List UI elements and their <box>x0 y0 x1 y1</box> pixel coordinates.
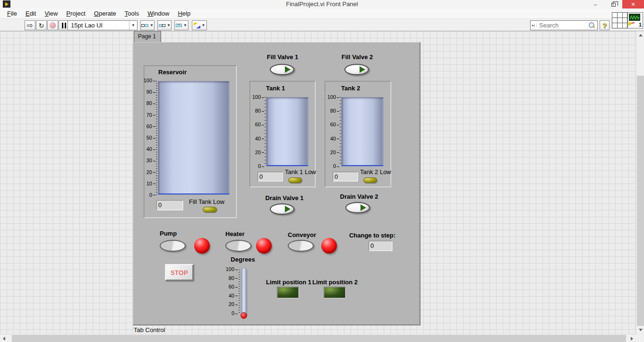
change-to-step-input[interactable] <box>369 241 392 251</box>
menu-help[interactable]: Help <box>173 9 195 18</box>
menu-file[interactable]: File <box>3 9 21 18</box>
reorder-objects-button[interactable]: ▼ <box>192 20 207 30</box>
tank1-value-display[interactable] <box>258 172 283 181</box>
tab-page1[interactable]: Page 1 <box>134 31 161 43</box>
scale-tick: 40 <box>146 147 155 152</box>
resize-objects-icon <box>176 24 182 27</box>
scale-tick: 60 <box>229 284 238 289</box>
scale-tick: 20 <box>255 150 264 155</box>
fill-valve1-button[interactable] <box>270 64 294 75</box>
tab-control-caption: Tab Control <box>134 326 165 333</box>
scale-tick: 20 <box>330 150 339 155</box>
scale-tick: 60 <box>146 124 155 129</box>
align-objects-icon-2 <box>145 24 148 27</box>
fill-valve2-button[interactable] <box>344 64 369 75</box>
tank1-indicator <box>266 97 309 167</box>
close-button[interactable]: ✕ <box>622 0 644 9</box>
reservoir-fill-level <box>158 193 229 194</box>
scale-tick: 90 <box>146 89 155 95</box>
resize-objects-button[interactable]: ▼ <box>174 20 189 30</box>
tank1-scale: 100 80 60 40 20 0 <box>253 95 264 169</box>
run-button[interactable]: ⇨ <box>25 20 35 30</box>
vertical-scrollbar-thumb[interactable] <box>637 76 644 326</box>
scale-tick: 70 <box>146 113 155 118</box>
font-selector-dropdown-icon[interactable]: ▼ <box>129 21 137 30</box>
tank2-scale: 100 80 60 40 20 0 <box>328 95 339 169</box>
align-objects-button[interactable]: ▼ <box>140 20 155 30</box>
green-arrow-icon <box>360 66 365 73</box>
run-continuous-button[interactable]: ↻ <box>36 20 47 30</box>
run-arrow-icon: ⇨ <box>27 22 33 29</box>
align-objects-icon <box>141 24 145 27</box>
green-arrow-icon <box>285 66 291 73</box>
menu-project[interactable]: Project <box>62 9 89 18</box>
tank1-low-label: Tank 1 Low <box>285 168 316 175</box>
vertical-scrollbar[interactable] <box>636 31 644 334</box>
green-arrow-icon <box>361 204 366 211</box>
scale-tick: 0 <box>333 164 339 169</box>
search-input[interactable] <box>537 22 588 29</box>
scale-tick: 100 <box>327 95 339 100</box>
labview-front-panel-window: FinalProject.vi Front Panel – ✕ File Edi… <box>0 0 644 342</box>
reservoir-tank-indicator <box>158 81 230 195</box>
scroll-right-arrow[interactable] <box>628 334 636 342</box>
menu-tools[interactable]: Tools <box>120 9 143 18</box>
heater-switch[interactable] <box>225 240 251 252</box>
conveyor-switch[interactable] <box>288 240 314 252</box>
reorder-dropdown-arrow: ▼ <box>202 23 206 27</box>
reservoir-frame: Reservoir 100 90 80 70 60 50 40 30 20 10… <box>144 65 237 218</box>
menu-edit[interactable]: Edit <box>21 9 40 18</box>
tank2-fill-level <box>342 165 383 166</box>
tank2-value-display[interactable] <box>333 172 358 181</box>
font-selector[interactable]: 15pt Lao UI ▼ <box>68 20 137 30</box>
fill-valve1-label: Fill Valve 1 <box>259 53 306 61</box>
horizontal-scrollbar-thumb[interactable] <box>12 335 626 342</box>
scale-tick: 80 <box>330 108 339 114</box>
limit-position2-label: Limit position 2 <box>304 279 366 286</box>
pump-led <box>194 238 210 254</box>
distribute-objects-button[interactable]: ▼ <box>157 20 172 30</box>
scale-tick: 30 <box>146 158 155 163</box>
restore-button[interactable] <box>604 0 622 9</box>
menu-bar: File Edit View Project Operate Tools Win… <box>0 9 644 19</box>
reservoir-scale: 100 90 80 70 60 50 40 30 20 10 0 <box>144 78 155 198</box>
pump-switch[interactable] <box>160 240 186 252</box>
menu-view[interactable]: View <box>40 9 62 18</box>
reservoir-value-display[interactable] <box>156 200 183 210</box>
scroll-up-arrow[interactable] <box>636 31 644 39</box>
abort-button[interactable] <box>47 20 58 30</box>
tank1-fill-level <box>266 165 308 166</box>
search-box: ▸| <box>530 20 598 30</box>
degrees-label: Degrees <box>219 256 266 263</box>
scrollbar-corner <box>636 334 644 342</box>
menu-window[interactable]: Window <box>143 9 173 18</box>
scroll-left-arrow[interactable] <box>0 334 8 342</box>
scroll-down-arrow[interactable] <box>636 326 644 334</box>
search-icon <box>588 22 595 29</box>
drain-valve2-button[interactable] <box>345 202 370 213</box>
horizontal-scrollbar[interactable] <box>0 334 636 342</box>
stop-button[interactable]: STOP <box>165 264 194 281</box>
scale-tick: 40 <box>229 293 238 298</box>
vi-icon[interactable]: 1 <box>627 12 643 28</box>
context-help-button[interactable]: ? <box>600 20 610 30</box>
limit-position1-led <box>277 287 299 298</box>
scale-tick: 40 <box>330 136 339 141</box>
conveyor-label: Conveyor <box>288 231 316 238</box>
menu-operate[interactable]: Operate <box>90 9 120 18</box>
drain-valve1-button[interactable] <box>270 203 294 215</box>
scale-tick: 20 <box>229 302 238 307</box>
scale-tick: 10 <box>146 181 155 186</box>
minimize-button[interactable]: – <box>586 0 604 9</box>
pause-icon <box>62 23 66 28</box>
title-bar: FinalProject.vi Front Panel – ✕ <box>0 0 644 9</box>
heater-led <box>256 238 272 254</box>
search-history-icon[interactable]: ▸| <box>531 23 537 27</box>
degrees-scale: 100 80 60 40 20 0 <box>224 267 238 316</box>
resize-dropdown-arrow: ▼ <box>183 23 187 27</box>
degrees-minor-ticks <box>239 270 240 313</box>
fill-tank-low-label: Fill Tank Low <box>189 198 224 205</box>
distribute-dropdown-arrow: ▼ <box>167 23 171 27</box>
alignment-grid-icon[interactable] <box>612 12 627 28</box>
scale-tick: 100 <box>144 78 155 83</box>
